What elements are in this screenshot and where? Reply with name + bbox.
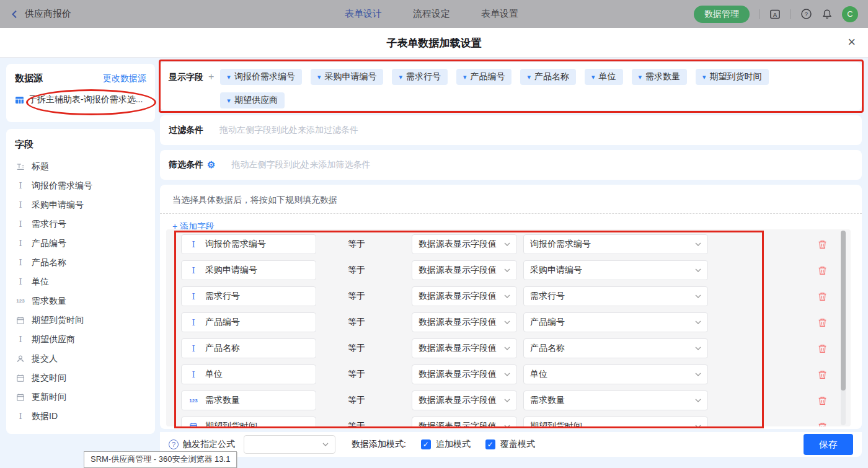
sidebar-field-item[interactable]: 标题 [15, 157, 155, 176]
sidebar-field-item[interactable]: 期望到货时间 [15, 311, 155, 330]
gear-icon[interactable]: ⚙ [207, 159, 215, 170]
close-icon[interactable]: × [848, 34, 856, 50]
sidebar-field-item[interactable]: I 询报价需求编号 [15, 176, 155, 195]
display-field-chip[interactable]: ▾ 产品名称 [520, 69, 576, 85]
bell-icon[interactable] [822, 9, 833, 20]
display-field-chip[interactable]: ▾ 询报价需求编号 [220, 69, 302, 85]
sidebar-field-item[interactable]: 提交时间 [15, 368, 155, 387]
help-circle-icon[interactable]: ? [169, 439, 179, 449]
topbar-tab-inactive[interactable]: 流程设定 [413, 8, 450, 20]
text-icon: I [192, 292, 195, 301]
avatar[interactable]: C [842, 6, 858, 22]
display-field-chip[interactable]: ▾ 需求行号 [392, 69, 448, 85]
field-mapping-row: I 需求行号 等于 数据源表显示字段值 需求行号 [166, 286, 851, 306]
delete-row-icon[interactable] [817, 369, 828, 380]
source-field-select[interactable]: 需求行号 [523, 286, 708, 306]
field-label: 采购申请编号 [32, 200, 84, 211]
delete-row-icon[interactable] [817, 395, 828, 406]
source-field-select[interactable]: 需求数量 [523, 391, 708, 410]
topbar-tab-active[interactable]: 表单设计 [345, 8, 382, 20]
change-datasource-link[interactable]: 更改数据源 [103, 73, 146, 84]
display-field-chips: ▾ 询报价需求编号 ▾ 采购申请编号 ▾ 需求行号 ▾ 产品编号 ▾ 产品名称 … [220, 69, 815, 108]
target-field-box[interactable]: I 采购申请编号 [181, 260, 316, 280]
source-type-select[interactable]: 数据源表显示字段值 [412, 364, 517, 384]
field-label: 需求数量 [32, 296, 66, 307]
display-field-chip[interactable]: ▾ 产品编号 [456, 69, 512, 85]
sidebar-field-item[interactable]: I 需求行号 [15, 214, 155, 234]
source-type-select[interactable]: 数据源表显示字段值 [412, 260, 517, 280]
sift-card[interactable]: 筛选条件 ⚙ 拖动左侧字段到此处来添加筛选条件 [160, 150, 862, 180]
target-field-box[interactable]: I 询报价需求编号 [181, 234, 316, 254]
delete-row-icon[interactable] [817, 239, 828, 250]
display-fields-card: 显示字段 + ▾ 询报价需求编号 ▾ 采购申请编号 ▾ 需求行号 ▾ 产品编号 … [160, 62, 862, 110]
topbar-tab-inactive[interactable]: 表单设置 [481, 8, 518, 20]
sidebar-field-item[interactable]: I 产品编号 [15, 234, 155, 253]
chevron-down-icon: ▾ [227, 73, 231, 81]
sidebar-field-item[interactable]: 提交人 [15, 349, 155, 368]
source-type-select[interactable]: 数据源表显示字段值 [412, 391, 517, 410]
target-field-box[interactable]: I 产品编号 [181, 312, 316, 332]
target-field-label: 采购申请编号 [205, 265, 257, 276]
display-field-chip[interactable]: ▾ 期望供应商 [220, 92, 285, 108]
source-type-select[interactable]: 数据源表显示字段值 [412, 417, 517, 426]
source-type-select[interactable]: 数据源表显示字段值 [412, 312, 517, 332]
data-manage-button[interactable]: 数据管理 [694, 6, 750, 23]
sidebar-field-item[interactable]: I 数据ID [15, 407, 155, 426]
sidebar-field-item[interactable]: I 单位 [15, 272, 155, 291]
target-field-box[interactable]: 123 需求数量 [181, 391, 316, 410]
delete-row-icon[interactable] [817, 265, 828, 276]
chip-label: 期望供应商 [234, 95, 278, 106]
rule-hint: 当选择具体数据后，将按如下规则填充数据 [160, 185, 862, 213]
sidebar-field-item[interactable]: I 期望供应商 [15, 330, 155, 349]
source-type-select[interactable]: 数据源表显示字段值 [412, 286, 517, 306]
chevron-down-icon: ▾ [591, 73, 595, 81]
delete-row-icon[interactable] [817, 343, 828, 354]
select-value: 产品编号 [530, 317, 565, 328]
source-field-select[interactable]: 产品编号 [523, 312, 708, 332]
checkbox-icon[interactable]: ✓ [421, 439, 431, 449]
back-chevron-icon[interactable] [10, 9, 20, 19]
chevron-down-icon: ▾ [463, 73, 467, 81]
mode-option[interactable]: ✓追加模式 [421, 439, 471, 450]
language-icon[interactable]: A [769, 8, 781, 20]
source-field-select[interactable]: 期望到货时间 [523, 417, 708, 426]
operator-label: 等于 [348, 343, 385, 354]
delete-row-icon[interactable] [817, 317, 828, 328]
chip-label: 采购申请编号 [324, 71, 376, 82]
target-field-box[interactable]: I 产品名称 [181, 338, 316, 358]
display-field-chip[interactable]: ▾ 单位 [585, 69, 623, 85]
target-field-box[interactable]: I 单位 [181, 364, 316, 384]
source-field-select[interactable]: 产品名称 [523, 338, 708, 358]
source-type-select[interactable]: 数据源表显示字段值 [412, 234, 517, 254]
scrollbar-track[interactable] [841, 231, 846, 425]
display-field-chip[interactable]: ▾ 采购申请编号 [311, 69, 384, 85]
display-field-chip[interactable]: ▾ 期望到货时间 [696, 69, 769, 85]
mode-option[interactable]: ✓覆盖模式 [485, 439, 535, 450]
source-field-select[interactable]: 询报价需求编号 [523, 234, 708, 254]
delete-row-icon[interactable] [817, 422, 828, 427]
display-field-chip[interactable]: ▾ 需求数量 [632, 69, 688, 85]
filter-card[interactable]: 过滤条件 拖动左侧字段到此处来添加过滤条件 [160, 115, 862, 145]
svg-text:A: A [773, 11, 777, 17]
datasource-item[interactable]: 子拆主辅助表-询报价需求选... [15, 94, 146, 105]
source-field-select[interactable]: 单位 [523, 364, 708, 384]
source-type-select[interactable]: 数据源表显示字段值 [412, 338, 517, 358]
scrollbar-thumb[interactable] [841, 231, 846, 391]
target-field-box[interactable]: I 需求行号 [181, 286, 316, 306]
source-field-select[interactable]: 采购申请编号 [523, 260, 708, 280]
sidebar-field-item[interactable]: 123 需求数量 [15, 291, 155, 311]
sidebar-field-item[interactable]: 更新时间 [15, 387, 155, 407]
add-display-field-icon[interactable]: + [208, 71, 214, 82]
text-icon: I [19, 200, 22, 210]
text-icon: I [192, 318, 195, 327]
save-button[interactable]: 保存 [804, 434, 853, 455]
formula-select[interactable] [244, 435, 335, 454]
help-icon[interactable]: ? [800, 8, 812, 20]
checkbox-icon[interactable]: ✓ [485, 439, 495, 449]
target-field-box[interactable]: 期望到货时间 [181, 417, 316, 426]
select-value: 数据源表显示字段值 [418, 239, 497, 250]
calendar-icon [16, 374, 25, 382]
sidebar-field-item[interactable]: I 产品名称 [15, 253, 155, 272]
sidebar-field-item[interactable]: I 采购申请编号 [15, 195, 155, 214]
delete-row-icon[interactable] [817, 291, 828, 302]
